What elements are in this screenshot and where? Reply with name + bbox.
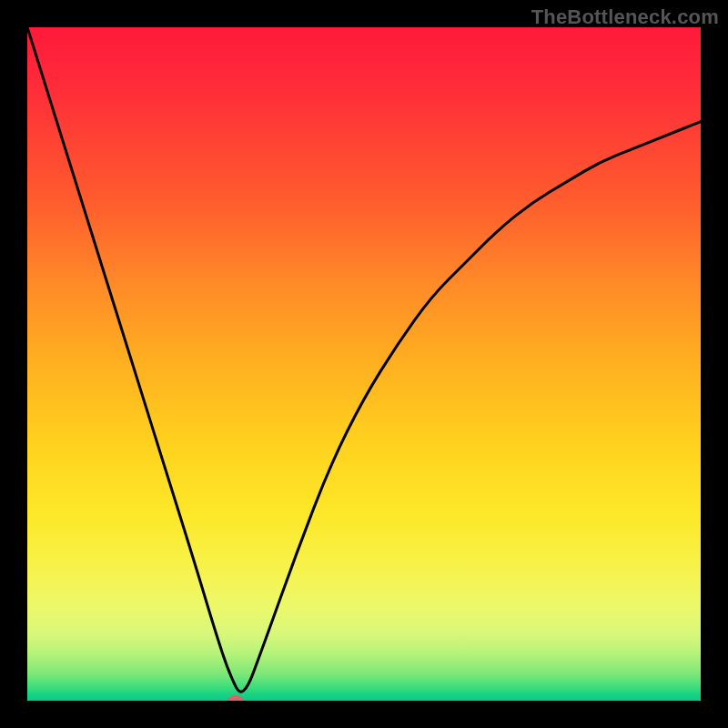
curve-path (27, 27, 701, 692)
watermark-text: TheBottleneck.com (531, 5, 719, 29)
plot-area (27, 27, 701, 701)
curve-svg (27, 27, 701, 701)
minimum-marker (228, 695, 244, 701)
outer-frame: TheBottleneck.com (0, 0, 728, 728)
